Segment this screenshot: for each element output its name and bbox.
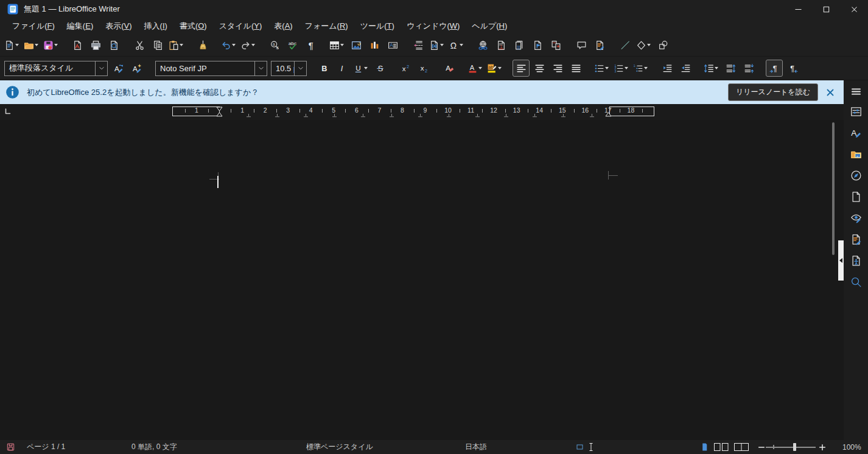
- new-style-button[interactable]: A: [128, 60, 145, 77]
- dropdown-arrow[interactable]: [498, 67, 502, 69]
- print-button[interactable]: [87, 37, 104, 54]
- underline-button[interactable]: U: [352, 60, 370, 77]
- undo-button[interactable]: [220, 37, 238, 54]
- menu-item-i[interactable]: 挿入(I): [138, 18, 173, 34]
- bullet-list-button[interactable]: [593, 60, 611, 77]
- horizontal-ruler[interactable]: 1123456789101112131415161718: [0, 104, 844, 120]
- dropdown-arrow[interactable]: [54, 44, 58, 46]
- menu-item-t[interactable]: ツール(T): [354, 18, 401, 34]
- paste-button[interactable]: [167, 37, 186, 54]
- dropdown-arrow[interactable]: [460, 44, 463, 46]
- multi-page-view-button[interactable]: [713, 440, 729, 454]
- insert-image-button[interactable]: [348, 37, 365, 54]
- sidebar-tab-sidebar-settings[interactable]: [847, 83, 865, 99]
- insert-field-button[interactable]: [428, 37, 446, 54]
- vertical-scrollbar[interactable]: [830, 120, 838, 440]
- numbered-list-button[interactable]: 123: [612, 60, 631, 77]
- font-size-dropdown-button[interactable]: [294, 61, 306, 75]
- insert-text-box-button[interactable]: A: [384, 37, 401, 54]
- sidebar-tab-properties[interactable]: [847, 102, 865, 120]
- sidebar-tab-page[interactable]: [847, 187, 865, 206]
- insert-footnote-button[interactable]: 1: [492, 37, 509, 54]
- menu-item-o[interactable]: 書式(O): [173, 18, 213, 34]
- subscript-button[interactable]: x2: [415, 60, 432, 77]
- sidebar-tab-manage-changes[interactable]: [847, 230, 865, 248]
- dropdown-arrow[interactable]: [340, 44, 344, 46]
- sidebar-tab-styles[interactable]: A: [847, 124, 865, 142]
- dropdown-arrow[interactable]: [647, 44, 651, 46]
- menu-item-a[interactable]: 表(A): [268, 18, 298, 34]
- spelling-button[interactable]: abc: [284, 37, 301, 54]
- font-name-combobox[interactable]: Noto Serif JP: [155, 61, 267, 76]
- dropdown-arrow[interactable]: [180, 44, 183, 46]
- dropdown-arrow[interactable]: [478, 67, 482, 69]
- dropdown-arrow[interactable]: [364, 67, 368, 69]
- sidebar-tab-style-inspector[interactable]: [847, 209, 865, 227]
- dropdown-arrow[interactable]: [440, 44, 444, 46]
- insert-page-break-button[interactable]: [410, 37, 427, 54]
- font-name-dropdown-button[interactable]: [254, 61, 267, 75]
- zoom-slider-thumb[interactable]: [793, 443, 796, 451]
- menu-item-r[interactable]: フォーム(R): [299, 18, 354, 34]
- tab-stop-type-selector[interactable]: [4, 107, 12, 116]
- insert-bookmark-button[interactable]: [529, 37, 546, 54]
- save-button[interactable]: [42, 37, 60, 54]
- decrease-paragraph-spacing-button[interactable]: [740, 60, 757, 77]
- language-status[interactable]: 日本語: [465, 440, 487, 454]
- maximize-button[interactable]: [812, 0, 840, 18]
- insert-cross-reference-button[interactable]: [547, 37, 564, 54]
- book-view-button[interactable]: [733, 440, 750, 454]
- sidebar-tab-find[interactable]: [847, 273, 865, 291]
- font-size-combobox[interactable]: 10.5 pt: [271, 61, 307, 76]
- document-area[interactable]: [0, 120, 844, 440]
- sidebar-tab-gallery[interactable]: [847, 145, 865, 163]
- dropdown-arrow[interactable]: [232, 44, 236, 46]
- zoom-level[interactable]: 100%: [842, 440, 861, 454]
- basic-shapes-button[interactable]: [635, 37, 653, 54]
- unsaved-changes-icon[interactable]: [6, 440, 15, 454]
- increase-indent-button[interactable]: [659, 60, 676, 77]
- clone-formatting-button[interactable]: [194, 37, 211, 54]
- justify-button[interactable]: [567, 60, 584, 77]
- page-number-status[interactable]: ページ 1 / 1: [27, 440, 65, 454]
- close-button[interactable]: [840, 0, 868, 18]
- right-indent-marker[interactable]: [605, 107, 612, 117]
- read-release-notes-button[interactable]: リリースノートを読む: [728, 83, 818, 101]
- rtl-paragraph-button[interactable]: ¶: [784, 60, 801, 77]
- print-preview-button[interactable]: [105, 37, 122, 54]
- formatting-marks-button[interactable]: ¶: [303, 37, 320, 54]
- insert-special-character-button[interactable]: Ω: [447, 37, 466, 54]
- dropdown-arrow[interactable]: [625, 67, 628, 69]
- decrease-indent-button[interactable]: [677, 60, 694, 77]
- menu-item-v[interactable]: 表示(V): [99, 18, 138, 34]
- sidebar-tab-accessibility-check[interactable]: [847, 251, 865, 270]
- insert-hyperlink-button[interactable]: [474, 37, 491, 54]
- cut-button[interactable]: [131, 37, 148, 54]
- insert-comment-button[interactable]: [573, 37, 590, 54]
- dropdown-arrow[interactable]: [15, 44, 19, 46]
- page-style-status[interactable]: 標準ページスタイル: [306, 440, 373, 454]
- selection-mode-icon[interactable]: [576, 440, 595, 454]
- sidebar-tab-navigator[interactable]: [847, 166, 865, 184]
- dropdown-arrow[interactable]: [605, 67, 609, 69]
- export-pdf-button[interactable]: [69, 37, 86, 54]
- dropdown-arrow[interactable]: [251, 44, 255, 46]
- update-style-button[interactable]: A: [110, 60, 127, 77]
- superscript-button[interactable]: x2: [397, 60, 414, 77]
- line-spacing-button[interactable]: [702, 60, 721, 77]
- indent-markers[interactable]: [216, 107, 223, 117]
- open-button[interactable]: [23, 37, 41, 54]
- word-count-status[interactable]: 0 単語, 0 文字: [131, 440, 177, 454]
- minimize-button[interactable]: [784, 0, 812, 18]
- outline-list-button[interactable]: 1·: [632, 60, 650, 77]
- track-changes-button[interactable]: [591, 37, 608, 54]
- menu-item-y[interactable]: スタイル(Y): [213, 18, 268, 34]
- zoom-out-button[interactable]: [757, 440, 766, 454]
- align-right-button[interactable]: [549, 60, 566, 77]
- redo-button[interactable]: [239, 37, 257, 54]
- highlight-color-button[interactable]: ab: [486, 60, 504, 77]
- menu-item-e[interactable]: 編集(E): [61, 18, 99, 34]
- copy-button[interactable]: [149, 37, 166, 54]
- scrollbar-thumb[interactable]: [832, 122, 835, 255]
- find-replace-button[interactable]: ad: [266, 37, 283, 54]
